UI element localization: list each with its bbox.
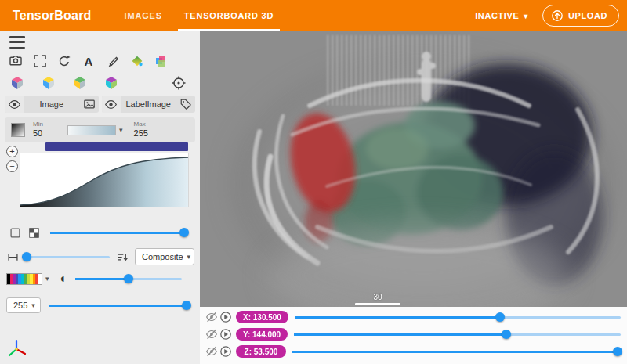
chevron-down-icon: ▾ bbox=[31, 301, 35, 309]
tab-tensorboard-3d[interactable]: TENSORBOARD 3D bbox=[173, 0, 285, 31]
labelimage-layer-label: LabelImage bbox=[121, 99, 177, 109]
view-cube-z-icon[interactable] bbox=[71, 74, 89, 92]
app-title: TensorBoard bbox=[13, 9, 92, 23]
opacity-slider-thumb[interactable] bbox=[179, 228, 189, 237]
view-cube-toolbar bbox=[8, 74, 188, 92]
contrast-icon[interactable]: ◐ bbox=[60, 272, 68, 285]
component-slider-thumb[interactable] bbox=[182, 301, 191, 310]
upload-icon bbox=[551, 9, 564, 22]
menu-icon[interactable] bbox=[9, 36, 25, 49]
image-layer-label: Image bbox=[24, 99, 80, 109]
transfer-function-editor[interactable] bbox=[20, 153, 188, 207]
volume-render-viewport[interactable]: 30 bbox=[200, 31, 627, 307]
view-cube-oblique-icon[interactable] bbox=[102, 74, 121, 92]
max-caption: Max bbox=[134, 121, 159, 128]
zoom-out-button[interactable]: − bbox=[6, 160, 18, 172]
probe-tool-icon[interactable] bbox=[103, 52, 122, 70]
blend-slider[interactable] bbox=[22, 251, 110, 262]
crosshair-icon[interactable] bbox=[169, 74, 188, 92]
x-value-badge: X: 130.500 bbox=[236, 311, 288, 323]
chevron-down-icon: ▾ bbox=[524, 12, 528, 20]
chevron-down-icon: ▾ bbox=[45, 275, 49, 283]
scale-bar-label: 30 bbox=[355, 293, 400, 301]
settings-panel: A bbox=[0, 31, 200, 364]
histogram-range-bar[interactable] bbox=[45, 142, 188, 151]
solid-square-icon[interactable] bbox=[8, 223, 22, 242]
zoom-in-button[interactable]: + bbox=[6, 146, 18, 157]
image-visibility-eye-icon[interactable] bbox=[5, 96, 24, 113]
x-slice-slider[interactable] bbox=[295, 312, 621, 323]
chevron-down-icon: ▾ bbox=[119, 126, 123, 134]
palette-row: ▾ ◐ bbox=[6, 272, 194, 285]
y-value-badge: Y: 144.000 bbox=[236, 328, 288, 341]
opacity-row bbox=[8, 223, 192, 242]
min-field: Min 50 bbox=[33, 121, 58, 139]
z-visibility-eye-off-icon[interactable] bbox=[205, 344, 219, 359]
component-dropdown[interactable]: 255 ▾ bbox=[6, 297, 41, 313]
min-caption: Min bbox=[33, 121, 58, 128]
blend-row: Composite ▾ bbox=[6, 247, 194, 266]
z-play-button[interactable] bbox=[219, 344, 233, 359]
image-icon bbox=[80, 98, 99, 110]
opacity-slider[interactable] bbox=[50, 227, 188, 238]
checkerboard-icon[interactable] bbox=[27, 223, 41, 242]
reset-rotation-icon[interactable] bbox=[55, 52, 74, 70]
z-slice-row: Z: 53.500 bbox=[200, 344, 627, 359]
z-slider-thumb[interactable] bbox=[613, 347, 622, 356]
transfer-preview-icon[interactable] bbox=[11, 123, 25, 137]
window-slider[interactable] bbox=[75, 273, 182, 284]
labelimage-layer-group: LabelImage bbox=[102, 96, 196, 113]
range-icon[interactable] bbox=[6, 247, 19, 266]
intensity-range-bar: Min 50 ▾ Max 255 bbox=[5, 117, 195, 142]
y-slice-slider[interactable] bbox=[294, 329, 621, 340]
component-value: 255 bbox=[13, 301, 27, 310]
z-slice-slider[interactable] bbox=[292, 346, 621, 357]
view-cube-y-icon[interactable] bbox=[39, 74, 58, 92]
window-slider-thumb[interactable] bbox=[124, 274, 133, 283]
shading-preset-icon[interactable] bbox=[128, 52, 147, 70]
tag-icon bbox=[176, 98, 195, 110]
sort-icon[interactable] bbox=[116, 247, 129, 266]
tab-images[interactable]: IMAGES bbox=[114, 0, 173, 31]
status-dropdown[interactable]: INACTIVE ▾ bbox=[475, 11, 528, 20]
scale-bar-line bbox=[355, 303, 400, 305]
header-spacer bbox=[285, 0, 475, 31]
colormap-dropdown[interactable]: ▾ bbox=[67, 125, 123, 135]
y-visibility-eye-off-icon[interactable] bbox=[205, 327, 219, 341]
max-field: Max 255 bbox=[134, 121, 159, 139]
x-slice-row: X: 130.500 bbox=[200, 309, 627, 325]
slice-slider-area: X: 130.500 Y: 144.000 Z: 53.500 bbox=[200, 307, 627, 364]
y-slider-thumb[interactable] bbox=[502, 330, 511, 339]
screenshot-camera-icon[interactable] bbox=[6, 52, 25, 70]
upload-button[interactable]: UPLOAD bbox=[542, 5, 619, 27]
image-layer-group: Image bbox=[5, 96, 99, 113]
scale-bar: 30 bbox=[355, 293, 400, 305]
max-input[interactable]: 255 bbox=[134, 128, 159, 139]
blend-mode-dropdown[interactable]: Composite ▾ bbox=[135, 248, 194, 265]
orientation-axes-icon[interactable] bbox=[6, 338, 28, 360]
x-slider-thumb[interactable] bbox=[495, 312, 505, 322]
color-mix-preset-icon[interactable] bbox=[152, 52, 171, 70]
chevron-down-icon: ▾ bbox=[187, 253, 191, 261]
tensorboard-app: TensorBoard IMAGES TENSORBOARD 3D INACTI… bbox=[0, 0, 627, 364]
blend-slider-thumb[interactable] bbox=[22, 252, 31, 261]
y-slice-row: Y: 144.000 bbox=[200, 326, 627, 342]
label-colormap-dropdown[interactable]: ▾ bbox=[6, 273, 49, 285]
layer-toggles: Image LabelImage bbox=[5, 96, 195, 113]
x-play-button[interactable] bbox=[219, 310, 233, 324]
label-colormap-strip bbox=[6, 273, 42, 285]
y-play-button[interactable] bbox=[219, 327, 233, 341]
fit-view-icon[interactable] bbox=[31, 52, 49, 70]
blend-mode-label: Composite bbox=[142, 252, 183, 261]
annotations-text-icon[interactable]: A bbox=[79, 52, 98, 70]
volume-render-image bbox=[200, 31, 627, 307]
upload-label: UPLOAD bbox=[568, 11, 607, 20]
component-slider[interactable] bbox=[49, 300, 187, 311]
colormap-strip bbox=[67, 125, 116, 135]
app-header: TensorBoard IMAGES TENSORBOARD 3D INACTI… bbox=[0, 0, 627, 31]
x-visibility-eye-off-icon[interactable] bbox=[205, 310, 219, 324]
status-label: INACTIVE bbox=[475, 11, 519, 20]
view-cube-x-icon[interactable] bbox=[8, 74, 27, 92]
min-input[interactable]: 50 bbox=[33, 128, 58, 139]
labelimage-visibility-eye-icon[interactable] bbox=[102, 96, 121, 113]
